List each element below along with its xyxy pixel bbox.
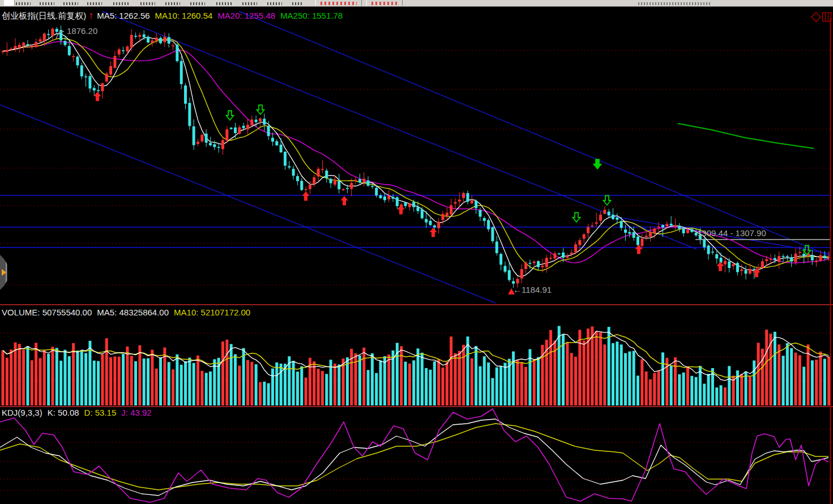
volume-pane [0,326,830,405]
kdj-pane-title: KDJ(9,3,3)K: 50.08D: 53.15J: 43.92 [2,408,157,417]
menu-status-fragment [638,2,712,5]
menu-item-fragment[interactable] [267,2,282,5]
menu-item-fragment[interactable] [40,2,54,5]
low-price-annotation: ←1184.91 [513,285,552,294]
volume-ma10-value: MA10: 52107172.00 [174,307,250,317]
sell-signal-icon [257,105,264,115]
kdj-indicator-label[interactable]: KDJ(9,3,3) [2,408,42,417]
menu-item-fragment[interactable] [292,2,304,5]
main-chart-pane [0,11,830,303]
kdj-k-value: K: 50.08 [48,408,79,417]
buy-signal-icon [430,228,437,237]
volume-value: VOLUME: 50755540.00 [2,307,92,317]
candlestick-series [2,25,831,288]
up-arrow-icon: ↑ [88,10,93,21]
sell-signal-icon [227,111,234,121]
signal-arrows [56,31,811,294]
ma20-value: MA20: 1255.48 [217,11,275,20]
volume-ma5-value: MA5: 48325864.00 [97,307,169,317]
app-menu-icon[interactable] [4,0,15,6]
ma10-value: MA10: 1260.54 [155,11,213,20]
range-annotation: 1309.44 - 1307.90 [697,228,766,238]
diamond-icon[interactable] [811,12,821,22]
menu-item-fragment[interactable] [87,2,102,5]
symbol-label[interactable]: 创业板指(日线.前复权) [2,11,86,20]
ma5-value: MA5: 1262.56 [97,11,149,20]
kdj-d-value: D: 53.15 [84,408,117,417]
kdj-j-value: J: 43.92 [121,408,151,417]
trading-app-window: 创业板指(日线.前复权)↑MA5: 1262.56MA10: 1260.54MA… [0,0,833,504]
menu-item-fragment[interactable] [113,2,130,5]
buy-signal-icon [341,196,348,206]
grid-icon[interactable] [823,13,831,22]
buy-signal-icon [717,262,724,271]
buy-signal-icon [94,92,101,101]
ma250-value: MA250: 1551.78 [280,11,343,20]
high-price-annotation: 1876.20 [67,26,97,36]
kdj-pane [0,409,830,502]
menu-item-fragment[interactable] [63,2,78,5]
menu-item-fragment[interactable] [16,2,31,5]
menu-item-fragment[interactable] [140,2,155,5]
pane-corner-icons [811,12,831,22]
main-chart-title: 创业板指(日线.前复权)↑MA5: 1262.56MA10: 1260.54MA… [2,11,348,20]
expand-arrow-icon [2,269,6,276]
volume-pane-title: VOLUME: 50755540.00MA5: 48325864.00MA10:… [2,307,255,317]
sell-signal-icon [573,213,580,223]
menu-item-fragment[interactable] [165,2,180,5]
menu-button-fragment[interactable] [315,0,362,6]
menu-item-fragment[interactable] [242,2,257,5]
buy-signal-icon [398,205,405,215]
menu-button-fragment[interactable] [366,0,403,6]
buy-signal-icon [302,191,310,201]
menu-item-fragment[interactable] [190,2,205,5]
menu-item-fragment[interactable] [216,2,233,5]
sell-signal-icon [604,196,611,206]
chart-canvas [0,0,833,504]
buy-signal-icon [635,245,643,254]
menu-bar[interactable] [0,0,833,7]
